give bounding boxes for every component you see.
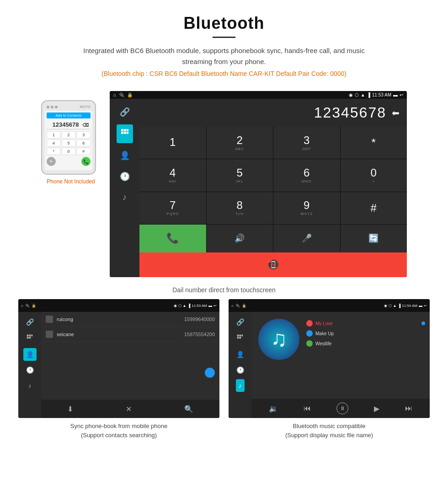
speaker-icon: 🔊 [235,233,245,243]
sidebar-icon-contacts[interactable]: 👤 [116,147,133,164]
svg-rect-15 [239,337,241,338]
music-back-icon[interactable]: ↩ [424,304,427,308]
contacts-sidebar-link[interactable]: 🔗 [23,316,37,328]
svg-rect-11 [237,335,239,337]
key-6[interactable]: 6 MNO [273,159,340,191]
next-track-button[interactable]: ⏭ [405,404,412,413]
contacts-scroll-indicator [205,368,215,378]
main-screen-area: MOTO Add to Contacts 12345678 ⌫ 1 2 3 4 … [0,91,448,277]
page-title: Bluetooth [9,14,439,33]
svg-rect-3 [121,132,123,134]
music-sidebar-dialpad[interactable] [234,331,246,345]
dial-number: 12345678 [314,104,386,121]
contacts-search-icon[interactable]: 🔍 [184,405,193,413]
bottom-screens: ⌂ 🔌 🔒 ◉ ⬡ ▲ ▐ 11:53 AM ▬ ↩ 🔗 [0,299,448,439]
music-status-right: ◉ ⬡ ▲ ▐ 11:54 AM ▬ ↩ [384,304,427,308]
phone-add-contact: Add to Contacts [47,113,91,118]
phone-label: MOTO [80,105,91,109]
contact-icon-2 [46,331,53,338]
dial-caption: Dail number direct from touchscreen [0,281,448,299]
music-title-1: My Love [315,321,333,326]
music-sidebar-history[interactable]: 🕐 [234,364,247,376]
page-header: Bluetooth Integrated with BC6 Bluetooth … [0,0,448,91]
contacts-delete-icon[interactable]: ✕ [126,405,132,413]
phone-key-0[interactable]: 0 [62,148,76,155]
phone-key-4[interactable]: 4 [47,139,61,147]
key-speaker[interactable]: 🔊 [207,225,273,252]
pause-button[interactable]: ⏸ [336,402,348,414]
contacts-sidebar-contacts[interactable]: 👤 [23,348,37,361]
sidebar-icon-history[interactable]: 🕐 [116,168,133,185]
key-9[interactable]: 9 WXYZ [273,192,340,224]
phone-key-2[interactable]: 2 [62,131,76,139]
sidebar-icon-link[interactable]: 🔗 [116,103,133,121]
phone-key-star[interactable]: * [47,148,61,155]
mic-icon: 🎤 [302,233,312,243]
key-1[interactable]: 1 [139,127,206,159]
key-mic[interactable]: 🎤 [273,225,340,252]
key-rotate[interactable]: 🔄 [341,225,407,252]
volume-down-button[interactable]: 🔉 [269,404,278,413]
contacts-sidebar-history[interactable]: 🕐 [23,364,37,376]
key-4[interactable]: 4 GHI [139,159,206,191]
bluetooth-icon: ⬡ [355,92,359,97]
contacts-back-icon[interactable]: ↩ [213,304,217,308]
prev-track-button[interactable]: ⏮ [304,404,311,413]
music-track-1[interactable]: My Love [306,318,425,328]
dial-display: 12345678 ⬅ [139,99,407,127]
music-track-3[interactable]: Westlife [306,338,425,348]
key-5[interactable]: 5 JKL [207,159,273,191]
battery-icon: ▬ [393,92,398,97]
phone-key-1[interactable]: 1 [47,131,61,139]
contacts-bottom-bar: ⬇ ✕ 🔍 [41,400,219,418]
play-button[interactable]: ▶ [374,404,379,413]
music-sidebar-contacts[interactable]: 👤 [234,348,247,361]
sidebar-icon-music[interactable]: ♪ [119,189,130,206]
key-end-call[interactable]: 📵 [139,252,407,277]
rotate-icon: 🔄 [368,233,379,243]
key-3[interactable]: 3 DEF [273,127,340,159]
dialpad-main: 12345678 ⬅ 1 2 ABC 3 DE [139,99,407,277]
contacts-usb-icon: 🔌 [25,304,30,308]
contacts-sidebar-dialpad[interactable] [23,331,36,345]
phone-key-3[interactable]: 3 [76,131,91,139]
contacts-list-area: ruicong 15999640000 seicane 15875554200 [41,312,219,400]
contacts-screen: ⌂ 🔌 🔒 ◉ ⬡ ▲ ▐ 11:53 AM ▬ ↩ 🔗 [18,299,219,418]
back-icon[interactable]: ↩ [400,92,403,97]
phone-call-btn[interactable]: 📞 [81,157,91,166]
dial-backspace-button[interactable]: ⬅ [392,107,400,118]
phone-key-6[interactable]: 6 [76,139,91,147]
key-0plus[interactable]: 0 + [341,159,407,191]
music-sidebar-music[interactable]: ♪ [236,379,245,392]
music-battery-icon: ▬ [419,304,422,308]
contact-row-2[interactable]: seicane 15875554200 [41,327,219,342]
phone-end-btn[interactable]: ✕ [47,157,56,166]
lock-icon: 🔒 [127,92,133,97]
sidebar-icon-dialpad[interactable] [117,124,133,143]
music-sidebar-link[interactable]: 🔗 [234,316,247,328]
key-star[interactable]: * [341,127,407,159]
key-hash[interactable]: # [341,192,407,224]
contacts-time: 11:53 AM [192,304,207,308]
status-time: 11:53 AM [372,92,391,97]
contact-row-1[interactable]: ruicong 15999640000 [41,312,219,327]
contacts-sidebar-music[interactable]: ♪ [26,379,34,392]
music-status-left: ⌂ 🔌 🔒 [231,304,246,308]
phone-dot-3 [55,106,58,108]
key-7[interactable]: 7 PQRS [139,192,206,224]
phone-keypad: 1 2 3 4 5 6 * 0 # [47,131,91,155]
music-wifi-icon: ▲ [393,304,397,308]
contacts-download-icon[interactable]: ⬇ [67,405,73,413]
key-8[interactable]: 8 TUV [207,192,273,224]
phone-key-hash[interactable]: # [76,148,91,155]
contacts-sidebar: 🔗 👤 🕐 ♪ [18,312,41,418]
phone-body: MOTO Add to Contacts 12345678 ⌫ 1 2 3 4 … [41,100,96,175]
contacts-bt-icon: ⬡ [178,304,181,308]
key-2[interactable]: 2 ABC [207,127,273,159]
music-screen-wrap: ⌂ 🔌 🔒 ◉ ⬡ ▲ ▐ 11:54 AM ▬ ↩ 🔗 [229,299,430,439]
music-track-2[interactable]: Make Up [306,328,425,338]
phone-key-5[interactable]: 5 [62,139,76,147]
android-screen-dialpad: ⌂ 🔌 🔒 ◉ ⬡ ▲ ▐ 11:53 AM ▬ ↩ 🔗 [110,91,407,277]
music-title-2: Make Up [315,331,334,336]
key-call[interactable]: 📞 [139,225,206,252]
